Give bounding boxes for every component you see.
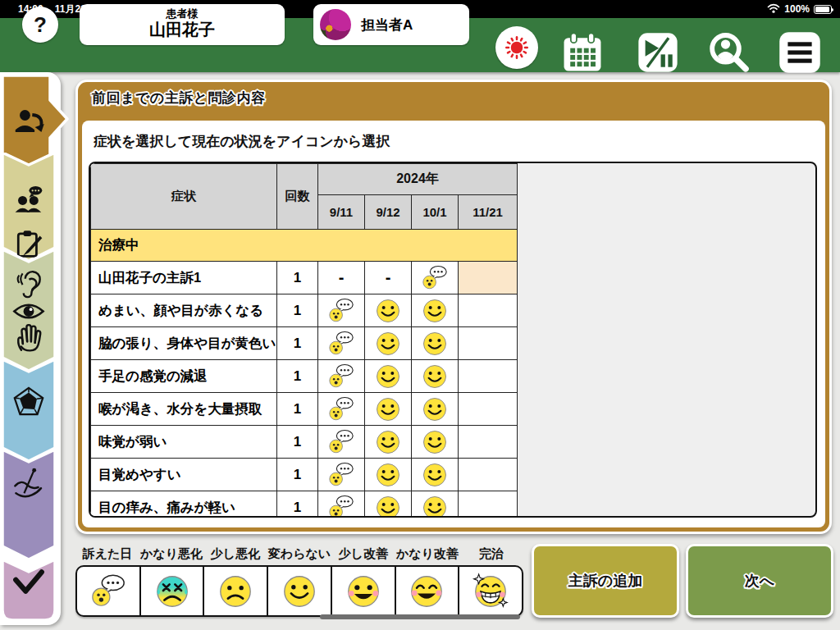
status-cell[interactable] — [412, 327, 459, 360]
battery-icon — [814, 5, 832, 14]
legend-item-much-improvement[interactable] — [396, 567, 460, 615]
checkmark-icon — [11, 566, 46, 600]
status-cell[interactable] — [318, 327, 365, 360]
battery-percent: 100% — [784, 3, 810, 15]
menu-button[interactable] — [778, 30, 822, 78]
table-row: めまい、顔や目が赤くなる 1 — [91, 294, 518, 327]
sidebar-item-five-elements[interactable] — [2, 359, 55, 461]
no-change-face-icon — [421, 297, 449, 325]
sidebar-item-consultation[interactable] — [2, 153, 55, 261]
help-button[interactable]: ? — [22, 7, 58, 43]
person-search-button[interactable] — [705, 30, 751, 79]
count-cell: 1 — [277, 360, 318, 393]
status-cell[interactable] — [365, 360, 412, 393]
status-cell[interactable] — [412, 294, 459, 327]
next-button[interactable]: 次へ — [686, 544, 833, 618]
no-change-face-icon — [374, 363, 402, 390]
col-header-date: 11/21 — [459, 195, 518, 230]
status-cell[interactable] — [318, 426, 365, 459]
status-cell[interactable] — [412, 360, 459, 393]
symptom-cell[interactable]: 喉が渇き、水分を大量摂取 — [91, 393, 277, 426]
symptom-cell[interactable]: 目の痒み、痛みが軽い — [91, 491, 277, 518]
count-cell: 1 — [277, 491, 318, 518]
sun-button[interactable] — [495, 26, 538, 69]
status-cell[interactable] — [318, 491, 365, 518]
status-cell[interactable] — [365, 327, 412, 360]
no-change-face-icon — [421, 395, 449, 423]
complained-face-icon — [327, 363, 355, 390]
legend-item-slight-improvement[interactable] — [332, 567, 396, 615]
legend-label: 変わらない — [267, 546, 331, 562]
table-row: 手足の感覚の減退 1 — [91, 360, 518, 393]
table-row: 目の痒み、痛みが軽い 1 — [91, 491, 518, 518]
person-return-icon — [13, 107, 46, 143]
sidebar-item-examination[interactable] — [2, 249, 55, 371]
status-legend — [75, 565, 523, 617]
table-row: 山田花子の主訴1 1-- — [91, 262, 518, 294]
col-header-count: 回数 — [277, 164, 318, 230]
status-cell[interactable] — [412, 262, 459, 294]
status-cell[interactable] — [318, 360, 365, 393]
add-complaint-button[interactable]: 主訴の追加 — [532, 544, 679, 618]
status-cell[interactable] — [412, 491, 459, 518]
status-cell[interactable] — [365, 393, 412, 426]
acupuncture-hand-icon — [12, 468, 45, 502]
complained-face-icon — [327, 297, 355, 325]
complained-face-icon — [327, 428, 355, 456]
status-cell[interactable] — [459, 426, 518, 459]
symptom-table-region[interactable]: 症状 回数 2024年 9/119/1210/111/21 治療中山田花子の主訴… — [89, 162, 817, 518]
status-cell[interactable] — [459, 262, 518, 294]
sidebar-nav — [0, 72, 61, 625]
status-cell[interactable] — [318, 393, 365, 426]
symptom-cell[interactable]: 目覚めやすい — [91, 459, 277, 491]
sidebar-item-acupuncture[interactable] — [2, 450, 55, 559]
status-cell[interactable] — [365, 294, 412, 327]
legend-item-cured[interactable] — [459, 567, 522, 615]
symptom-cell[interactable]: 脇の張り、身体や目が黄色い — [91, 327, 277, 360]
legend-label: かなり悪化 — [139, 546, 203, 562]
status-cell[interactable] — [459, 459, 518, 491]
panel-title: 前回までの主訴と問診内容 — [92, 89, 266, 107]
status-cell[interactable] — [365, 491, 412, 518]
legend-item-complained[interactable] — [77, 567, 141, 615]
patient-selector[interactable]: 患者様 山田花子 — [80, 4, 285, 45]
cured-face-icon — [472, 573, 509, 610]
status-cell[interactable] — [318, 294, 365, 327]
table-row: 味覚が弱い 1 — [91, 426, 518, 459]
status-cell[interactable]: - — [318, 262, 365, 294]
home-indicator[interactable] — [320, 614, 520, 619]
status-cell[interactable] — [412, 393, 459, 426]
count-cell: 1 — [277, 294, 318, 327]
patient-role-label: 患者様 — [80, 7, 285, 20]
legend-item-no-change[interactable] — [268, 567, 332, 615]
symptom-cell[interactable]: 山田花子の主訴1 — [91, 262, 277, 294]
status-cell[interactable]: - — [365, 262, 412, 294]
complained-face-icon — [327, 461, 355, 489]
status-cell[interactable] — [365, 459, 412, 491]
status-cell[interactable] — [365, 426, 412, 459]
legend-item-much-worse[interactable] — [141, 567, 205, 615]
symptom-cell[interactable]: 味覚が弱い — [91, 426, 277, 459]
staff-selector[interactable]: 担当者A — [313, 4, 469, 45]
calendar-button[interactable] — [561, 31, 604, 77]
status-cell[interactable] — [318, 459, 365, 491]
status-cell[interactable] — [459, 393, 518, 426]
status-cell[interactable] — [412, 459, 459, 491]
status-cell[interactable] — [459, 294, 518, 327]
wifi-icon — [767, 3, 780, 16]
legend-item-slightly-worse[interactable] — [204, 567, 268, 615]
col-header-symptom: 症状 — [91, 164, 277, 230]
sidebar-item-complete[interactable] — [2, 548, 55, 620]
status-cell[interactable] — [459, 360, 518, 393]
play-pause-button[interactable] — [637, 31, 679, 77]
status-cell[interactable] — [459, 491, 518, 518]
hand-icon — [14, 322, 45, 356]
status-cell[interactable] — [412, 426, 459, 459]
symptom-cell[interactable]: めまい、顔や目が赤くなる — [91, 294, 277, 327]
symptom-table: 症状 回数 2024年 9/119/1210/111/21 治療中山田花子の主訴… — [90, 163, 518, 518]
count-cell: 1 — [277, 262, 318, 294]
status-cell[interactable] — [459, 327, 518, 360]
symptom-cell[interactable]: 手足の感覚の減退 — [91, 360, 277, 393]
no-change-face-icon — [421, 428, 449, 456]
no-change-face-icon — [374, 461, 402, 489]
